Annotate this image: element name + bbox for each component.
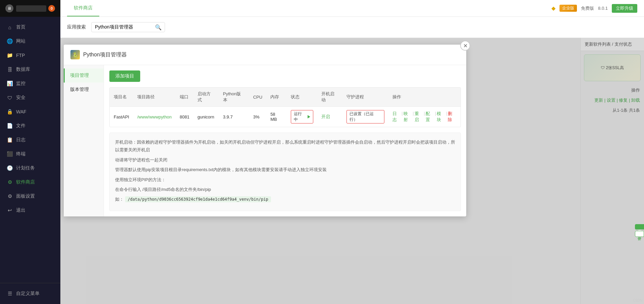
sidebar-item-logout[interactable]: ↩ 退出 bbox=[0, 203, 60, 217]
info-line3: 使用独立环境PIP的方法： bbox=[115, 176, 455, 184]
cell-startup: gunicorn bbox=[194, 107, 219, 127]
database-icon: 🗄 bbox=[7, 66, 13, 72]
topbar-right: ◆ 企业版 免费版 8.0.1 立即升级 bbox=[551, 4, 637, 13]
sidebar-item-terminal[interactable]: ⬛ 终端 bbox=[0, 147, 60, 161]
add-project-button[interactable]: 添加项目 bbox=[109, 70, 140, 82]
modal-sidebar: 项目管理 版本管理 bbox=[64, 65, 104, 216]
custom-icon: ☰ bbox=[7, 291, 13, 297]
modal-header: 🐍 Python项目管理器 bbox=[64, 45, 466, 65]
cs-rating-button[interactable]: 评价 bbox=[635, 231, 644, 237]
search-input[interactable] bbox=[91, 22, 165, 32]
sidebar-item-website[interactable]: 🌐 网站 bbox=[0, 34, 60, 48]
info-line2: 管理器默认使用pip安装项目根目录requirements.txt内的模块，如有… bbox=[115, 166, 455, 173]
action-mapping[interactable]: 映射 bbox=[404, 111, 412, 123]
close-icon: ✕ bbox=[463, 43, 468, 49]
sidebar-item-custom[interactable]: ☰ 自定义菜单 bbox=[0, 287, 60, 301]
cs-sidebar: 客服 评价 bbox=[635, 224, 644, 237]
col-path: 项目路径 bbox=[133, 88, 176, 107]
sidebar-item-monitor[interactable]: 📊 监控 bbox=[0, 77, 60, 91]
search-input-wrap: 🔍 bbox=[91, 22, 165, 32]
main-content: 软件商店 ◆ 企业版 免费版 8.0.1 立即升级 应用搜索 🔍 更新软件列表 … bbox=[60, 0, 644, 304]
action-delete[interactable]: 删除 bbox=[448, 111, 457, 123]
projects-table-wrap: 项目名 项目路径 端口 启动方式 Python版本 CPU 内存 状态 开机启动 bbox=[109, 87, 461, 127]
info-line1: 开机启动：因依赖的进程守护管理器插件为开机启动，如关闭开机启动但守护进程开启，那… bbox=[115, 138, 455, 154]
col-memory: 内存 bbox=[266, 88, 287, 107]
action-restart[interactable]: 重启 bbox=[415, 111, 423, 123]
cs-service-button[interactable]: 客服 bbox=[635, 224, 644, 230]
action-module[interactable]: 模块 bbox=[437, 111, 445, 123]
col-status: 状态 bbox=[287, 88, 317, 107]
code-example: /data/python/d9036cc6563924cf9e1da4e1cd6… bbox=[125, 196, 271, 202]
sidebar-item-label-cron: 计划任务 bbox=[16, 165, 35, 171]
sidebar-title-input[interactable] bbox=[16, 5, 46, 12]
free-badge: 免费版 bbox=[581, 5, 594, 11]
info-line4: 在命令行输入 /项目路径/md5命名的文件夹/bin/pip bbox=[115, 186, 455, 193]
sidebar-item-store[interactable]: ⚙ 软件商店 bbox=[0, 175, 60, 189]
home-icon: ⌂ bbox=[7, 24, 13, 30]
col-actions: 操作 bbox=[388, 88, 461, 107]
modal-tab-version[interactable]: 版本管理 bbox=[64, 83, 104, 97]
table-header: 项目名 项目路径 端口 启动方式 Python版本 CPU 内存 状态 开机启动 bbox=[110, 88, 461, 107]
tab-store[interactable]: 软件商店 bbox=[67, 0, 99, 16]
modal-main: 添加项目 项目名 项目路径 端口 启动方式 bbox=[104, 65, 466, 216]
col-guard: 守护进程 bbox=[342, 88, 388, 107]
sidebar-item-ftp[interactable]: 📁 FTP bbox=[0, 48, 60, 62]
guard-text: 已设置（已运行） bbox=[350, 111, 374, 122]
sidebar-item-waf[interactable]: 🔒 WAF bbox=[0, 105, 60, 119]
sidebar-item-label-files: 文件 bbox=[16, 123, 25, 129]
path-link[interactable]: /www/wwwpython bbox=[137, 114, 172, 119]
sidebar-bottom: ☰ 自定义菜单 bbox=[0, 283, 60, 304]
sidebar-item-cron[interactable]: 🕐 计划任务 bbox=[0, 161, 60, 175]
files-icon: 📄 bbox=[7, 123, 13, 129]
sidebar-item-label-security: 安全 bbox=[16, 95, 25, 101]
search-label: 应用搜索 bbox=[67, 24, 86, 30]
search-area: 应用搜索 🔍 bbox=[60, 17, 644, 38]
page-background: 更新软件列表 / 支付状态 🛡 2张SSL高 操作 更新 | 设置 | 修复 |… bbox=[60, 38, 644, 304]
upgrade-button[interactable]: 立即升级 bbox=[612, 4, 637, 13]
cell-port: 8081 bbox=[176, 107, 194, 127]
col-python: Python版本 bbox=[219, 88, 249, 107]
sidebar-item-label-waf: WAF bbox=[16, 109, 26, 114]
search-icon[interactable]: 🔍 bbox=[155, 24, 162, 31]
modal-title: Python项目管理器 bbox=[83, 51, 127, 58]
sidebar-nav: ⌂ 首页 🌐 网站 📁 FTP 🗄 数据库 📊 监控 🛡 安全 🔒 WAF 📄 bbox=[0, 17, 60, 283]
security-icon: 🛡 bbox=[7, 95, 13, 101]
sidebar-item-label-monitor: 监控 bbox=[16, 81, 25, 87]
table-row: FastAPI /www/wwwpython 8081 gunicorn 3.9… bbox=[110, 107, 461, 127]
sidebar-item-label-home: 首页 bbox=[16, 24, 25, 30]
running-indicator bbox=[308, 115, 310, 118]
sidebar-item-security[interactable]: 🛡 安全 bbox=[0, 91, 60, 105]
sidebar-item-label-ftp: FTP bbox=[16, 53, 25, 58]
sidebar-item-logs[interactable]: 📋 日志 bbox=[0, 133, 60, 147]
status-container: 运行中 bbox=[291, 110, 313, 123]
modal-close-button[interactable]: ✕ bbox=[460, 41, 470, 51]
csdn-watermark: CSDN bbox=[633, 299, 642, 302]
modal-overlay: ✕ 🐍 Python项目管理器 项目管理 版本管理 bbox=[60, 38, 644, 304]
action-logs[interactable]: 日志 bbox=[392, 111, 401, 123]
sidebar-item-database[interactable]: 🗄 数据库 bbox=[0, 62, 60, 77]
cell-name: FastAPI bbox=[110, 107, 133, 127]
sidebar-item-label-website: 网站 bbox=[16, 38, 25, 44]
modal-tab-project[interactable]: 项目管理 bbox=[64, 68, 104, 83]
cell-autostart: 开启 bbox=[317, 107, 342, 127]
sidebar-item-files[interactable]: 📄 文件 bbox=[0, 119, 60, 133]
status-badge: 运行中 bbox=[291, 110, 313, 123]
sidebar-item-label-panel: 面板设置 bbox=[16, 193, 35, 199]
terminal-icon: ⬛ bbox=[7, 151, 13, 157]
info-box: 开机启动：因依赖的进程守护管理器插件为开机启动，如关闭开机启动但守护进程开启，那… bbox=[109, 133, 461, 211]
cron-icon: 🕐 bbox=[7, 165, 13, 171]
logout-icon: ↩ bbox=[7, 207, 13, 213]
diamond-icon: ◆ bbox=[551, 5, 555, 11]
table-body: FastAPI /www/wwwpython 8081 gunicorn 3.9… bbox=[110, 107, 461, 127]
cell-path: /www/wwwpython bbox=[133, 107, 176, 127]
sidebar-item-home[interactable]: ⌂ 首页 bbox=[0, 20, 60, 34]
guard-badge: 已设置（已运行） bbox=[346, 110, 384, 123]
notification-badge[interactable]: 0 bbox=[48, 5, 55, 12]
modal-body: 项目管理 版本管理 添加项目 bbox=[64, 65, 466, 216]
sidebar: 🖥 0 ⌂ 首页 🌐 网站 📁 FTP 🗄 数据库 📊 监控 🛡 安全 bbox=[0, 0, 60, 304]
waf-icon: 🔒 bbox=[7, 109, 13, 115]
sidebar-item-label-database: 数据库 bbox=[16, 66, 30, 72]
action-config[interactable]: 配置 bbox=[426, 111, 434, 123]
col-port: 端口 bbox=[176, 88, 194, 107]
sidebar-item-panel[interactable]: ⚙ 面板设置 bbox=[0, 189, 60, 203]
